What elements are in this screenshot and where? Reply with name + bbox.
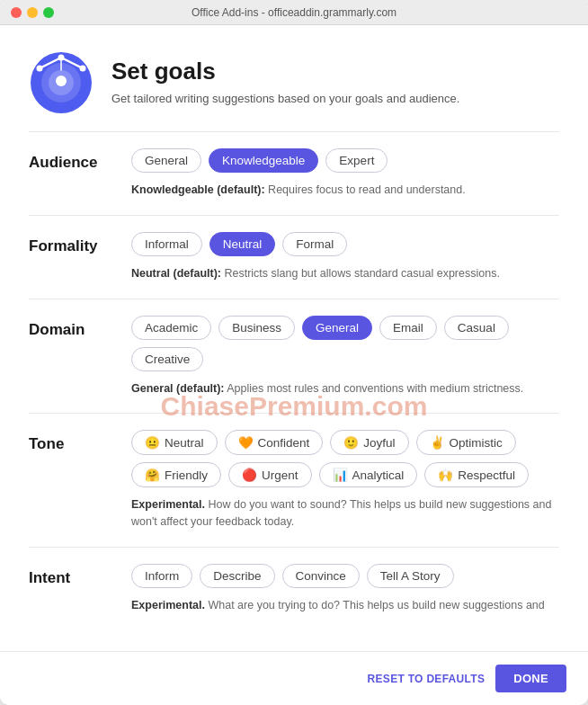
formality-chip-formal[interactable]: Formal: [282, 232, 347, 256]
tone-optimistic-emoji: ✌️: [430, 435, 445, 450]
formality-label: Formality: [29, 232, 110, 255]
tone-optimistic-label: Optimistic: [450, 436, 503, 450]
audience-chip-expert[interactable]: Expert: [325, 148, 388, 173]
tone-confident-emoji: 🧡: [238, 435, 254, 450]
tone-chip-optimistic[interactable]: ✌️ Optimistic: [416, 430, 516, 455]
tone-desc-bold: Experimental.: [131, 498, 205, 511]
tone-section: Tone 😐 Neutral 🧡 Confident 🙂: [29, 430, 559, 531]
audience-chips: General Knowledgeable Expert: [131, 148, 559, 173]
tone-chips: 😐 Neutral 🧡 Confident 🙂 Joyful ✌️: [131, 430, 529, 487]
grammarly-logo: [29, 50, 94, 115]
intent-chip-inform[interactable]: Inform: [131, 564, 192, 588]
tone-confident-label: Confident: [258, 436, 310, 450]
tone-joyful-emoji: 🙂: [343, 435, 359, 450]
minimize-button[interactable]: [27, 7, 38, 18]
tone-chip-urgent[interactable]: 🔴 Urgent: [228, 462, 312, 487]
done-button[interactable]: DONE: [495, 665, 566, 692]
tone-analytical-emoji: 📊: [333, 468, 348, 482]
formality-desc-bold: Neutral (default):: [131, 267, 221, 280]
domain-chip-casual[interactable]: Casual: [444, 316, 509, 340]
tone-chip-friendly[interactable]: 🤗 Friendly: [131, 462, 221, 487]
audience-chip-knowledgeable[interactable]: Knowledgeable: [209, 148, 318, 173]
intent-label: Intent: [29, 564, 110, 587]
formality-chip-neutral[interactable]: Neutral: [209, 232, 276, 256]
close-button[interactable]: [11, 7, 22, 18]
tone-row-1: 😐 Neutral 🧡 Confident 🙂 Joyful ✌️: [131, 430, 529, 455]
domain-chip-creative[interactable]: Creative: [131, 347, 203, 371]
audience-label: Audience: [29, 148, 110, 172]
window: Office Add-ins - officeaddin.grammarly.c…: [0, 0, 588, 705]
domain-desc-bold: General (default):: [131, 382, 225, 395]
tone-chip-joyful[interactable]: 🙂 Joyful: [330, 430, 408, 455]
title-bar: Office Add-ins - officeaddin.grammarly.c…: [0, 0, 588, 25]
intent-chips: Inform Describe Convince Tell A Story: [131, 564, 559, 588]
footer: RESET TO DEFAULTS DONE: [0, 651, 588, 705]
intent-chip-describe[interactable]: Describe: [200, 564, 274, 588]
intent-chip-tell-a-story[interactable]: Tell A Story: [367, 564, 454, 588]
tone-urgent-emoji: 🔴: [242, 468, 257, 482]
intent-chip-convince[interactable]: Convince: [282, 564, 360, 588]
intent-desc-text: What are you trying to do? This helps us…: [205, 599, 545, 611]
domain-chips: Academic Business General Email Casual C…: [131, 316, 559, 371]
tone-friendly-label: Friendly: [165, 469, 208, 482]
tone-label: Tone: [29, 430, 110, 453]
intent-section: Intent Inform Describe Convince Tell A S…: [29, 564, 559, 632]
main-content: Set goals Get tailored writing suggestio…: [0, 25, 588, 651]
svg-point-3: [56, 76, 67, 86]
domain-chip-email[interactable]: Email: [379, 316, 437, 340]
tone-neutral-emoji: 😐: [145, 435, 160, 450]
divider-5: [29, 547, 559, 548]
svg-point-7: [80, 66, 86, 72]
audience-row: Audience General Knowledgeable Expert: [29, 148, 559, 173]
intent-desc-bold: Experimental.: [131, 599, 205, 611]
intent-description: Experimental. What are you trying to do?…: [29, 597, 559, 614]
header-text: Set goals Get tailored writing suggestio…: [111, 58, 459, 107]
page-title: Set goals: [111, 58, 459, 85]
tone-chip-respectful[interactable]: 🙌 Respectful: [424, 462, 529, 487]
tone-row: Tone 😐 Neutral 🧡 Confident 🙂: [29, 430, 559, 487]
divider-2: [29, 215, 559, 216]
domain-section: Domain Academic Business General Email C…: [29, 316, 559, 397]
tone-respectful-emoji: 🙌: [438, 468, 453, 482]
tone-chip-confident[interactable]: 🧡 Confident: [225, 430, 324, 455]
formality-chip-informal[interactable]: Informal: [131, 232, 202, 256]
audience-desc-text: Requires focus to read and understand.: [265, 183, 466, 196]
audience-chip-general[interactable]: General: [131, 148, 201, 173]
tone-urgent-label: Urgent: [262, 469, 298, 482]
formality-row: Formality Informal Neutral Formal: [29, 232, 559, 256]
domain-desc-text: Applies most rules and conventions with …: [225, 382, 524, 395]
tone-respectful-label: Respectful: [458, 469, 515, 482]
tone-chip-analytical[interactable]: 📊 Analytical: [319, 462, 418, 487]
divider-1: [29, 131, 559, 132]
tone-description: Experimental. How do you want to sound? …: [29, 496, 559, 531]
domain-row: Domain Academic Business General Email C…: [29, 316, 559, 371]
domain-chip-business[interactable]: Business: [218, 316, 295, 340]
divider-4: [29, 413, 559, 414]
formality-description: Neutral (default): Restricts slang but a…: [29, 265, 559, 282]
domain-description: General (default): Applies most rules an…: [29, 380, 559, 397]
domain-chip-general[interactable]: General: [302, 316, 372, 340]
tone-joyful-label: Joyful: [363, 436, 395, 450]
formality-desc-text: Restricts slang but allows standard casu…: [221, 267, 500, 280]
tone-friendly-emoji: 🤗: [145, 468, 160, 482]
divider-3: [29, 299, 559, 299]
page-header: Set goals Get tailored writing suggestio…: [29, 50, 559, 115]
tone-neutral-label: Neutral: [165, 436, 204, 450]
reset-button[interactable]: RESET TO DEFAULTS: [368, 673, 486, 685]
domain-label: Domain: [29, 316, 110, 339]
audience-description: Knowledgeable (default): Requires focus …: [29, 182, 559, 199]
tone-row-2: 🤗 Friendly 🔴 Urgent 📊 Analytical 🙌: [131, 462, 529, 487]
domain-chip-academic[interactable]: Academic: [131, 316, 211, 340]
window-title: Office Add-ins - officeaddin.grammarly.c…: [192, 6, 396, 19]
page-subtitle: Get tailored writing suggestions based o…: [111, 91, 459, 107]
formality-section: Formality Informal Neutral Formal Neutra…: [29, 232, 559, 282]
intent-row: Intent Inform Describe Convince Tell A S…: [29, 564, 559, 588]
tone-analytical-label: Analytical: [352, 469, 405, 482]
traffic-lights: [11, 7, 54, 18]
formality-chips: Informal Neutral Formal: [131, 232, 559, 256]
audience-section: Audience General Knowledgeable Expert Kn…: [29, 148, 559, 199]
audience-desc-bold: Knowledgeable (default):: [131, 183, 265, 196]
tone-chip-neutral[interactable]: 😐 Neutral: [131, 430, 218, 455]
svg-point-8: [37, 66, 43, 72]
maximize-button[interactable]: [43, 7, 54, 18]
